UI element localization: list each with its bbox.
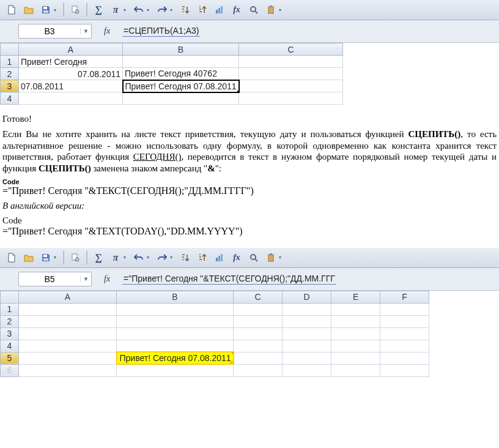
row-header[interactable]: 6	[1, 364, 19, 376]
open-file-icon[interactable]	[21, 250, 37, 265]
select-all-corner[interactable]	[1, 43, 19, 56]
cell[interactable]	[380, 327, 429, 340]
new-file-icon[interactable]	[4, 250, 20, 265]
zoom-icon[interactable]	[246, 250, 262, 265]
open-file-icon[interactable]	[21, 2, 37, 17]
print-preview-icon[interactable]	[67, 2, 83, 17]
cell[interactable]	[380, 340, 429, 352]
cell[interactable]	[117, 315, 234, 327]
col-header-D[interactable]: D	[283, 291, 331, 303]
cell[interactable]	[19, 315, 117, 327]
cell[interactable]	[19, 92, 123, 105]
cell[interactable]	[331, 340, 380, 352]
cell[interactable]	[19, 340, 117, 352]
clipboard-icon[interactable]	[263, 2, 279, 17]
print-preview-icon[interactable]	[67, 250, 83, 265]
save-icon[interactable]	[38, 2, 54, 17]
col-header-C[interactable]: C	[239, 43, 343, 56]
cell[interactable]: Привет! Сегодня 40762	[123, 68, 239, 80]
redo-dropdown-icon[interactable]: ▾	[170, 255, 176, 260]
cell[interactable]	[283, 315, 331, 327]
fx-label[interactable]: fx	[104, 274, 110, 284]
clipboard-icon[interactable]	[263, 250, 279, 265]
cell[interactable]	[19, 303, 117, 315]
pi-icon[interactable]: π	[108, 2, 124, 17]
cell[interactable]	[331, 364, 380, 376]
cell[interactable]	[117, 340, 234, 352]
cell[interactable]: 07.08.2011	[19, 68, 123, 80]
name-box[interactable]: ▼	[18, 272, 92, 286]
zoom-icon[interactable]	[246, 2, 262, 17]
row-header[interactable]: 1	[1, 303, 19, 315]
sheet-grid-2[interactable]: A B C D E F 1 2 3 4 5 Привет! Сегодня 07…	[0, 291, 429, 377]
name-box-input[interactable]	[19, 273, 80, 285]
col-header-B[interactable]: B	[117, 291, 234, 303]
row-header[interactable]: 2	[1, 315, 19, 327]
col-header-F[interactable]: F	[380, 291, 429, 303]
undo-dropdown-icon[interactable]: ▾	[147, 7, 153, 13]
cell[interactable]: 07.08.2011	[19, 80, 123, 92]
name-box-input[interactable]	[19, 25, 80, 37]
cell[interactable]	[239, 56, 343, 68]
qat-customize-icon[interactable]: ▾	[279, 7, 285, 13]
name-box[interactable]: ▼	[18, 24, 92, 39]
row-header[interactable]: 1	[1, 56, 19, 68]
row-header[interactable]: 4	[1, 92, 19, 105]
sort-desc-icon[interactable]	[194, 250, 210, 265]
undo-icon[interactable]	[131, 250, 147, 265]
formula-text[interactable]: =СЦЕПИТЬ(A1;A3)	[122, 26, 200, 37]
cell[interactable]	[331, 315, 380, 327]
name-box-dropdown-icon[interactable]: ▼	[80, 28, 91, 34]
col-header-C[interactable]: C	[234, 291, 283, 303]
sort-asc-icon[interactable]	[177, 2, 193, 17]
save-dropdown-icon[interactable]: ▾	[54, 7, 60, 13]
cell[interactable]	[234, 303, 283, 315]
cell[interactable]	[117, 327, 234, 340]
col-header-B[interactable]: B	[123, 43, 239, 56]
cell[interactable]	[234, 340, 283, 352]
name-box-dropdown-icon[interactable]: ▼	[80, 276, 91, 282]
cell[interactable]	[239, 80, 343, 92]
cell[interactable]	[380, 364, 429, 376]
cell[interactable]	[117, 303, 234, 315]
cell[interactable]	[123, 92, 239, 105]
sort-desc-icon[interactable]	[194, 2, 210, 17]
select-all-corner[interactable]	[1, 291, 19, 303]
cell[interactable]	[234, 315, 283, 327]
cell[interactable]	[283, 303, 331, 315]
chart-icon[interactable]	[212, 2, 227, 17]
cell[interactable]	[331, 303, 380, 315]
fx-label[interactable]: fx	[104, 26, 110, 36]
cell[interactable]	[331, 327, 380, 340]
save-dropdown-icon[interactable]: ▾	[54, 255, 60, 260]
cell[interactable]	[239, 92, 343, 105]
save-icon[interactable]	[38, 250, 54, 265]
cell[interactable]	[283, 327, 331, 340]
col-header-A[interactable]: A	[19, 291, 117, 303]
sheet-grid-1[interactable]: A B C 1 Привет! Сегодня 2 07.08.2011 При…	[0, 43, 343, 105]
redo-dropdown-icon[interactable]: ▾	[170, 7, 176, 13]
cell[interactable]	[19, 352, 117, 364]
cell[interactable]: Привет! Сегодня	[19, 56, 123, 68]
pi-icon[interactable]: π	[108, 250, 124, 265]
redo-icon[interactable]	[154, 250, 170, 265]
cell[interactable]	[283, 364, 331, 376]
new-file-icon[interactable]	[4, 2, 20, 17]
undo-dropdown-icon[interactable]: ▾	[147, 255, 153, 260]
cell[interactable]	[283, 352, 331, 364]
col-header-E[interactable]: E	[331, 291, 380, 303]
sum-sigma-icon[interactable]: ∑	[91, 250, 106, 265]
qat-customize-icon[interactable]: ▾	[279, 255, 285, 260]
cell[interactable]	[239, 68, 343, 80]
cell[interactable]	[234, 364, 283, 376]
redo-icon[interactable]	[154, 2, 170, 17]
formula-text[interactable]: ="Привет! Сегодня "&ТЕКСТ(СЕГОДНЯ();"ДД.…	[122, 274, 336, 285]
row-header[interactable]: 2	[1, 68, 19, 80]
cell[interactable]	[117, 364, 234, 376]
sort-asc-icon[interactable]	[177, 250, 193, 265]
cell[interactable]	[234, 352, 283, 364]
cell[interactable]	[19, 364, 117, 376]
cell[interactable]	[123, 56, 239, 68]
row-header[interactable]: 3	[1, 327, 19, 340]
row-header[interactable]: 3	[1, 80, 19, 92]
